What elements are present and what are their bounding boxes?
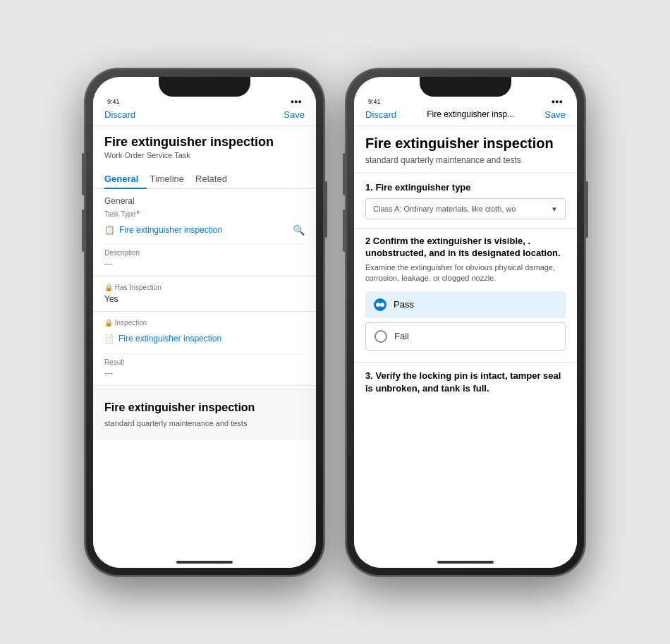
inspection-value[interactable]: 📄 Fire extinguisher inspection	[104, 334, 221, 344]
general-section: General Task Type 📋 Fire extinguisher in…	[93, 189, 316, 277]
q2-label: 2 Confirm the extinguisher is visible, .…	[365, 236, 566, 260]
task-type-icon: 📋	[104, 225, 115, 235]
status-icons: ●●●	[291, 98, 302, 105]
nav-bar-2: Discard Fire extinguisher insp... Save	[354, 107, 577, 126]
pass-radio[interactable]	[374, 298, 386, 311]
tabs-1: General Timeline Related	[93, 169, 316, 189]
search-icon[interactable]: 🔍	[293, 224, 305, 236]
volume-up-button-2	[343, 153, 346, 195]
nav-bar-1: Discard Save	[93, 107, 316, 126]
nav-title-2: Fire extinguisher insp...	[427, 109, 514, 119]
status-icons-2: ●●●	[552, 98, 563, 105]
inspection-desc: standard quarterly maintenance and tests	[354, 154, 577, 174]
bottom-preview: Fire extinguisher inspection standard qu…	[93, 389, 316, 440]
discard-button-1[interactable]: Discard	[104, 109, 135, 120]
lock-icon-2: 🔒	[104, 319, 113, 327]
fail-option[interactable]: Fail	[365, 322, 566, 351]
preview-title: Fire extinguisher inspection	[104, 401, 305, 415]
time-display-2: 9:41	[368, 98, 381, 105]
has-inspection-value: Yes	[104, 294, 305, 304]
task-type-label: Task Type	[104, 210, 305, 218]
q3-label: 3. Verify the locking pin is intact, tam…	[365, 370, 566, 395]
status-bar-1: 9:41 ●●●	[93, 97, 316, 107]
home-indicator-2	[437, 561, 494, 564]
discard-button-2[interactable]: Discard	[365, 109, 396, 120]
inspection-title: Fire extinguisher inspection	[354, 126, 577, 154]
q2-desc: Examine the extinguisher for obvious phy…	[365, 262, 566, 284]
task-type-value[interactable]: 📋 Fire extinguisher inspection	[104, 225, 222, 235]
q1-label: 1. Fire extinguisher type	[365, 182, 566, 193]
tab-related[interactable]: Related	[195, 169, 236, 188]
fail-radio[interactable]	[374, 330, 387, 343]
pass-label: Pass	[394, 299, 414, 310]
inspection-icon: 📄	[104, 334, 114, 344]
notch-1	[159, 77, 250, 97]
phone-screen-1: 9:41 ●●● Discard Save Fire extinguisher …	[93, 77, 316, 568]
description-label: Description	[104, 249, 305, 257]
power-button-2	[585, 181, 588, 238]
description-value: ---	[104, 259, 305, 269]
question-3-section: 3. Verify the locking pin is intact, tam…	[354, 362, 577, 402]
save-button-2[interactable]: Save	[544, 109, 566, 120]
notch-2	[420, 77, 511, 97]
home-indicator-1	[176, 561, 233, 564]
pass-option[interactable]: Pass	[365, 291, 566, 318]
general-section-label: General	[104, 196, 305, 206]
screen-content-2: 9:41 ●●● Discard Fire extinguisher insp.…	[354, 97, 577, 568]
power-button	[324, 181, 327, 238]
lock-icon-1: 🔒	[104, 284, 113, 291]
volume-down-button-2	[343, 209, 346, 252]
q1-dropdown[interactable]: Class A: Ordinary materials, like cloth,…	[365, 198, 566, 219]
result-label: Result	[104, 358, 305, 366]
page-subtitle-1: Work Order Service Task	[104, 151, 305, 159]
phone-2: 9:41 ●●● Discard Fire extinguisher insp.…	[346, 68, 585, 576]
preview-desc: standard quarterly maintenance and tests	[104, 418, 305, 429]
phone-screen-2: 9:41 ●●● Discard Fire extinguisher insp.…	[354, 77, 577, 568]
result-value: ---	[104, 368, 305, 378]
page-header-1: Fire extinguisher inspection Work Order …	[93, 126, 316, 164]
status-bar-2: 9:41 ●●●	[354, 97, 577, 107]
tab-general[interactable]: General	[104, 169, 147, 188]
inspection-row: 📄 Fire extinguisher inspection	[104, 329, 305, 348]
volume-up-button	[82, 153, 85, 195]
volume-down-button	[82, 209, 85, 252]
inspection-label: 🔒 Inspection	[104, 319, 305, 327]
question-1-section: 1. Fire extinguisher type Class A: Ordin…	[354, 173, 577, 228]
fail-label: Fail	[394, 331, 409, 341]
question-2-section: 2 Confirm the extinguisher is visible, .…	[354, 228, 577, 362]
screen-content-1: 9:41 ●●● Discard Save Fire extinguisher …	[93, 97, 316, 568]
q1-placeholder: Class A: Ordinary materials, like cloth,…	[373, 205, 516, 213]
has-inspection-section: 🔒 Has Inspection Yes	[93, 277, 316, 312]
has-inspection-label: 🔒 Has Inspection	[104, 284, 305, 291]
tab-timeline[interactable]: Timeline	[150, 169, 193, 188]
page-title-1: Fire extinguisher inspection	[104, 135, 305, 150]
save-button-1[interactable]: Save	[284, 109, 305, 120]
task-type-row: 📋 Fire extinguisher inspection 🔍	[104, 220, 305, 240]
inspection-section: 🔒 Inspection 📄 Fire extinguisher inspect…	[93, 312, 316, 386]
dropdown-chevron: ▼	[551, 205, 558, 213]
phone-1: 9:41 ●●● Discard Save Fire extinguisher …	[85, 68, 324, 576]
time-display: 9:41	[107, 98, 120, 105]
